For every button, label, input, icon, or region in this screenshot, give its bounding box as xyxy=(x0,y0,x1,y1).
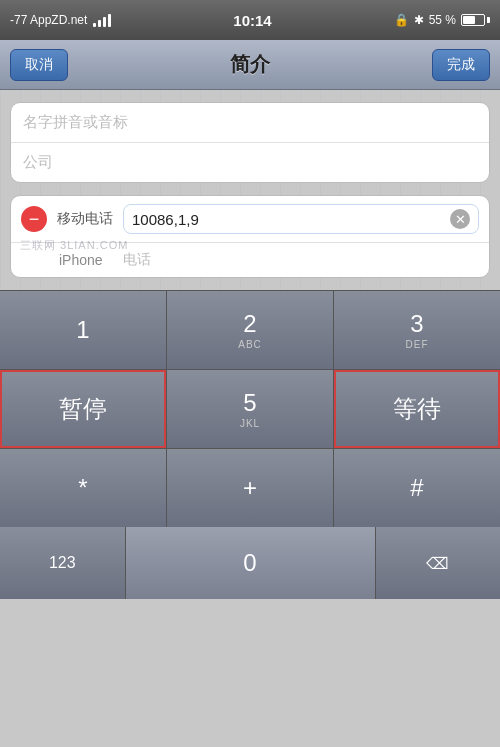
iphone-label: iPhone xyxy=(59,252,103,268)
status-bar: -77 AppZD.net 10:14 🔒 ✱ 55 % xyxy=(0,0,500,40)
battery-icon xyxy=(461,14,490,26)
key-2-main: 2 xyxy=(243,310,256,338)
key-0[interactable]: 0 xyxy=(126,527,375,599)
phone-label: 移动电话 xyxy=(57,210,113,228)
key-0-label: 0 xyxy=(243,549,256,577)
phone-input[interactable] xyxy=(132,211,450,228)
key-2-sub: ABC xyxy=(238,339,262,350)
keyboard-grid: 1 2 ABC 3 DEF 暂停 5 JKL 等待 * + # xyxy=(0,290,500,527)
key-plus[interactable]: + xyxy=(167,449,333,527)
status-left: -77 AppZD.net xyxy=(10,13,111,27)
carrier-text: -77 AppZD.net xyxy=(10,13,87,27)
page-title: 简介 xyxy=(230,51,270,78)
key-pause-main: 暂停 xyxy=(59,393,107,425)
key-1[interactable]: 1 xyxy=(0,291,166,369)
key-2[interactable]: 2 ABC xyxy=(167,291,333,369)
phone-input-wrapper: ✕ xyxy=(123,204,479,234)
cancel-button[interactable]: 取消 xyxy=(10,49,68,81)
phone-type: 电话 xyxy=(123,251,151,269)
bottom-row: 123 0 ⌫ xyxy=(0,527,500,599)
key-123[interactable]: 123 xyxy=(0,527,125,599)
status-time: 10:14 xyxy=(233,12,271,29)
remove-phone-button[interactable]: − xyxy=(21,206,47,232)
content-area: 三联网 3LIAN.COM 名字拼音或音标 公司 − 移动电话 ✕ iPhone… xyxy=(0,90,500,290)
battery-percentage: 55 % xyxy=(429,13,456,27)
key-hash-main: # xyxy=(410,474,423,502)
top-fields: 名字拼音或音标 公司 xyxy=(10,102,490,183)
phone-row: − 移动电话 ✕ xyxy=(11,196,489,243)
key-plus-main: + xyxy=(243,474,257,502)
key-wait[interactable]: 等待 xyxy=(334,370,500,448)
done-button[interactable]: 完成 xyxy=(432,49,490,81)
key-hash[interactable]: # xyxy=(334,449,500,527)
status-right: 🔒 ✱ 55 % xyxy=(394,13,490,27)
key-5-main: 5 xyxy=(243,389,256,417)
key-3-main: 3 xyxy=(410,310,423,338)
delete-icon: ⌫ xyxy=(426,554,449,573)
key-3[interactable]: 3 DEF xyxy=(334,291,500,369)
wifi-icon xyxy=(93,13,111,27)
key-5-sub: JKL xyxy=(240,418,260,429)
clear-phone-button[interactable]: ✕ xyxy=(450,209,470,229)
key-3-sub: DEF xyxy=(406,339,429,350)
name-placeholder: 名字拼音或音标 xyxy=(23,113,128,130)
key-star-main: * xyxy=(78,474,87,502)
bluetooth-icon: ✱ xyxy=(414,13,424,27)
company-placeholder: 公司 xyxy=(23,153,53,170)
lock-icon: 🔒 xyxy=(394,13,409,27)
name-field[interactable]: 名字拼音或音标 xyxy=(11,103,489,143)
company-field[interactable]: 公司 xyxy=(11,143,489,182)
key-star[interactable]: * xyxy=(0,449,166,527)
watermark: 三联网 3LIAN.COM xyxy=(20,238,128,253)
key-wait-main: 等待 xyxy=(393,393,441,425)
key-delete[interactable]: ⌫ xyxy=(376,527,501,599)
key-1-main: 1 xyxy=(76,316,89,344)
key-123-label: 123 xyxy=(49,554,76,572)
phone-row-container: − 移动电话 ✕ iPhone 电话 xyxy=(10,195,490,278)
key-pause[interactable]: 暂停 xyxy=(0,370,166,448)
key-5[interactable]: 5 JKL xyxy=(167,370,333,448)
keyboard: 1 2 ABC 3 DEF 暂停 5 JKL 等待 * + # xyxy=(0,290,500,599)
nav-bar: 取消 简介 完成 xyxy=(0,40,500,90)
